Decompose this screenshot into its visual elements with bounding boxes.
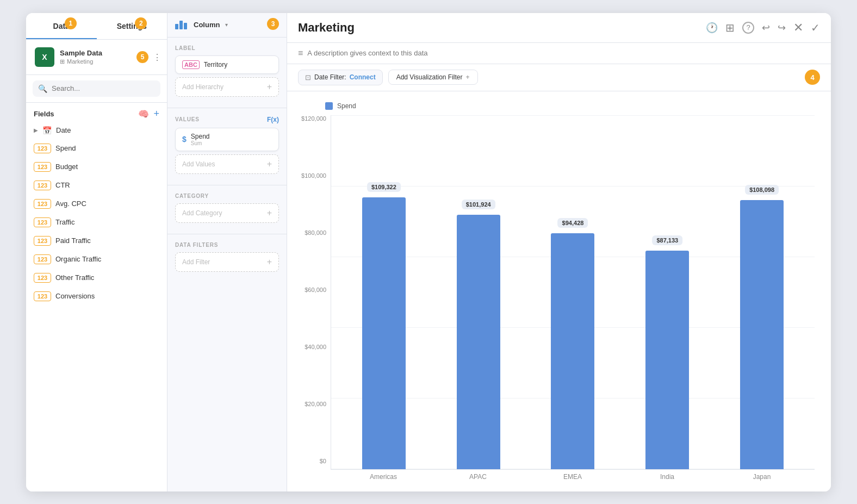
add-hierarchy-plus: + — [267, 82, 272, 92]
y-label-3: $60,000 — [305, 287, 326, 293]
field-type-avg-cpc: 123 — [34, 199, 51, 209]
left-panel: Data 1 Settings 2 X Sample Data ⊞ Marke — [26, 13, 167, 491]
tab-data[interactable]: Data 1 — [26, 13, 97, 39]
field-item-ctr[interactable]: 123 CTR — [26, 176, 167, 195]
field-list: ▶ 📅 Date 123 Spend 123 Budget 123 CTR — [26, 122, 167, 491]
date-filter-button[interactable]: ⊡ Date Filter: Connect — [298, 70, 383, 85]
chart-type-label: Column — [194, 21, 220, 29]
x-label-apac: APAC — [431, 473, 525, 481]
add-category-button[interactable]: Add Category + — [175, 203, 279, 223]
field-item-other-traffic[interactable]: 123 Other Traffic — [26, 269, 167, 287]
description-input[interactable] — [307, 49, 820, 57]
viz-filter-button[interactable]: Add Visualization Filter + — [388, 70, 478, 85]
bar-group-emea: $94,428 — [526, 233, 620, 469]
undo-icon[interactable]: ↩ — [762, 22, 770, 34]
field-name-conversions: Conversions — [55, 292, 95, 300]
search-input[interactable] — [52, 84, 155, 92]
field-item-organic-traffic[interactable]: 123 Organic Traffic — [26, 250, 167, 269]
y-label-2: $80,000 — [305, 229, 326, 236]
field-type-conversions: 123 — [34, 291, 51, 301]
field-name-other-traffic: Other Traffic — [55, 273, 94, 282]
x-labels: Americas APAC EMEA India Japan — [331, 470, 815, 481]
config-fx-button[interactable]: F(x) — [267, 116, 279, 123]
spend-info: Spend Sum — [191, 133, 210, 146]
bar-emea[interactable]: $94,428 — [551, 233, 594, 469]
app-container: Data 1 Settings 2 X Sample Data ⊞ Marke — [0, 0, 857, 504]
data-source: X Sample Data ⊞ Marketing 5 ⋮ — [26, 40, 167, 75]
brain-icon[interactable]: 🧠 — [138, 109, 149, 119]
close-icon[interactable]: ✕ — [793, 21, 803, 35]
legend-label: Spend — [337, 102, 356, 110]
field-item-budget[interactable]: 123 Budget — [26, 158, 167, 176]
field-item-conversions[interactable]: 123 Conversions — [26, 287, 167, 306]
config-territory-pill[interactable]: ABC Territory — [175, 55, 279, 74]
chart-header: 🕐 ⊞ ? ↩ ↪ ✕ ✓ — [287, 13, 831, 43]
field-type-other-traffic: 123 — [34, 273, 51, 283]
spend-dollar-icon: $ — [182, 135, 187, 144]
field-name-ctr: CTR — [55, 181, 70, 189]
desc-menu-icon: ≡ — [298, 48, 303, 58]
bar3 — [184, 23, 187, 29]
y-label-0: $120,000 — [301, 115, 326, 122]
add-values-text: Add Values — [182, 160, 263, 168]
bar-apac[interactable]: $101,924 — [457, 215, 500, 469]
y-label-4: $40,000 — [305, 344, 326, 350]
alarm-icon[interactable]: 🕐 — [706, 22, 718, 34]
bar-label-japan: $108,098 — [745, 185, 779, 195]
config-filters-title: DATA FILTERS — [175, 242, 279, 248]
grid-icon[interactable]: ⊞ — [725, 21, 735, 34]
spend-sub: Sum — [191, 140, 210, 146]
chart-canvas: Spend $120,000 $100,000 $80,000 $60,000 … — [287, 91, 831, 491]
add-category-plus: + — [267, 208, 272, 218]
add-category-text: Add Category — [182, 209, 263, 217]
redo-icon[interactable]: ↪ — [778, 22, 786, 34]
add-hierarchy-button[interactable]: Add Hierarchy + — [175, 77, 279, 97]
tab-settings[interactable]: Settings 2 — [97, 13, 167, 39]
tabs-header: Data 1 Settings 2 — [26, 13, 167, 40]
config-spend-pill[interactable]: $ Spend Sum — [175, 128, 279, 151]
help-icon[interactable]: ? — [742, 22, 754, 34]
check-icon[interactable]: ✓ — [811, 21, 820, 34]
add-field-button[interactable]: + — [153, 108, 159, 120]
chart-type-selector[interactable]: Column ▾ 3 — [167, 13, 287, 35]
bar-label-americas: $109,322 — [367, 182, 401, 192]
field-item-traffic[interactable]: 123 Traffic — [26, 213, 167, 232]
add-values-button[interactable]: Add Values + — [175, 154, 279, 174]
field-item-paid-traffic[interactable]: 123 Paid Traffic — [26, 232, 167, 250]
field-item-date[interactable]: ▶ 📅 Date — [26, 122, 167, 139]
viz-filter-plus: + — [466, 73, 470, 81]
bar-india[interactable]: $87,133 — [645, 251, 689, 469]
field-item-avg-cpc[interactable]: 123 Avg. CPC — [26, 195, 167, 213]
field-name-paid-traffic: Paid Traffic — [55, 237, 91, 245]
divider-4 — [167, 234, 287, 234]
grid-line-2 — [331, 186, 815, 186]
field-name-spend: Spend — [55, 144, 76, 152]
search-container: 🔍 — [26, 75, 167, 103]
bar-americas[interactable]: $109,322 — [362, 197, 406, 469]
fields-header: Fields 🧠 + — [26, 103, 167, 122]
ds-more-button[interactable]: ⋮ — [153, 52, 162, 62]
config-category-title: CATEGORY — [175, 193, 279, 199]
add-values-plus: + — [267, 159, 272, 169]
chart-title-input[interactable] — [298, 21, 699, 35]
field-name-organic-traffic: Organic Traffic — [55, 255, 101, 263]
field-type-budget: 123 — [34, 162, 51, 172]
bar-group-japan: $108,098 — [715, 200, 809, 469]
search-icon: 🔍 — [38, 84, 47, 93]
filter-icon: ⊡ — [305, 73, 311, 82]
bar-group-americas: $109,322 — [337, 197, 431, 469]
chart-toolbar: 🕐 ⊞ ? ↩ ↪ ✕ ✓ — [706, 21, 820, 35]
chart-type-arrow: ▾ — [225, 22, 228, 28]
add-filter-button[interactable]: Add Filter + — [175, 252, 279, 272]
chart-area: 🕐 ⊞ ? ↩ ↪ ✕ ✓ ≡ ⊡ Date Filter: — [287, 13, 831, 491]
bar2 — [179, 21, 183, 29]
bar-japan[interactable]: $108,098 — [740, 200, 784, 469]
abc-icon: ABC — [182, 60, 200, 69]
legend-color — [325, 102, 333, 110]
field-name-avg-cpc: Avg. CPC — [55, 200, 86, 208]
field-type-paid-traffic: 123 — [34, 236, 51, 246]
field-name-date: Date — [56, 126, 71, 134]
date-filter-connect[interactable]: Connect — [350, 73, 376, 81]
bar1 — [175, 24, 178, 29]
field-item-spend[interactable]: 123 Spend — [26, 139, 167, 158]
